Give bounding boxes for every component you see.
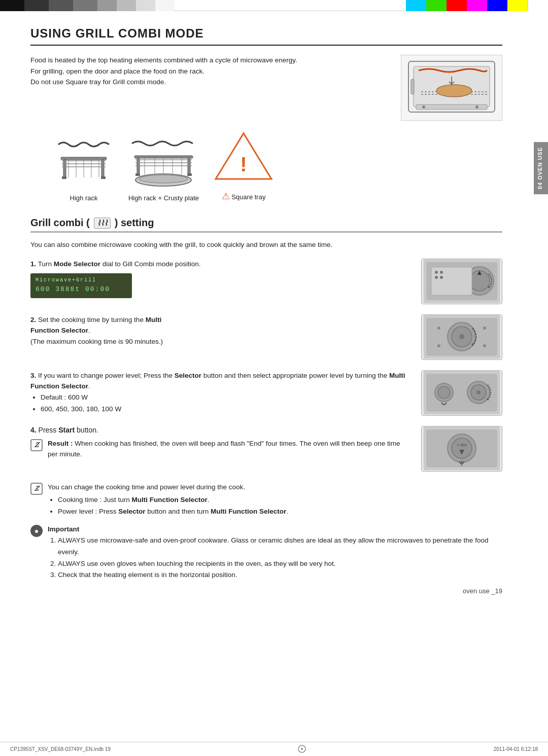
footer-right: 2011-04-01 6:12:18	[494, 746, 538, 752]
footer-center	[297, 744, 307, 755]
step-1-dial-svg	[424, 260, 500, 303]
oven-diagram-image	[401, 55, 502, 121]
step-1-content: 1. Turn Mode Selector dial to Gill Combi…	[30, 259, 411, 302]
section-heading-text-before: Grill combi (	[30, 217, 90, 229]
svg-point-45	[440, 271, 443, 274]
footer-bar: CP1395ST_XSV_DE68-03749Y_EN.indb 19 2011…	[0, 742, 548, 756]
swatch-gray5	[136, 0, 155, 11]
step-2-content: 2. Set the cooking time by turning the M…	[30, 314, 411, 347]
svg-rect-10	[63, 160, 66, 177]
swatch-cyan	[406, 0, 426, 11]
svg-point-53	[437, 327, 440, 330]
step-1: 1. Turn Mode Selector dial to Gill Combi…	[30, 259, 502, 304]
intro-para1: Food is heated by the top heating elemen…	[30, 55, 386, 66]
svg-point-7	[422, 105, 425, 109]
footer-marker-svg	[297, 744, 307, 754]
bullet-2-before: Power level : Press	[58, 508, 118, 515]
rack-item-high-rack: High rack	[51, 134, 117, 202]
bullet-1-bold: Multi Function Selector	[132, 496, 208, 503]
step-1-bold1: Mode Selector	[54, 260, 100, 268]
section-heading: Grill combi ( ⌇⌇⌇ ) setting	[30, 217, 502, 232]
step-3: 3. If you want to change power level; Pr…	[30, 370, 502, 416]
high-rack-image	[51, 134, 117, 190]
step-4-button-svg: + 30s	[424, 427, 500, 470]
step-3-bullet-2: 600, 450, 300, 180, 100 W	[41, 404, 411, 415]
oven-diagram-svg	[403, 56, 500, 120]
svg-point-72	[301, 748, 303, 750]
section-heading-text-after: ) setting	[115, 217, 154, 229]
svg-text:!: !	[240, 153, 247, 175]
footer-left: CP1395ST_XSV_DE68-03749Y_EN.indb 19	[10, 746, 111, 752]
swatch-white2	[528, 0, 548, 11]
cooking-note-bullet-1: Cooking time : Just turn Multi Function …	[58, 494, 288, 506]
svg-point-54	[483, 327, 486, 330]
step-3-dial-svg	[424, 371, 500, 414]
display-box: Microwave+Grill 600 3888t 00:00	[30, 273, 132, 298]
combo-rack-label: High rack + Crusty plate	[128, 194, 199, 202]
bullet-2-bold2: Multi Function Selector	[211, 508, 286, 515]
step-4-number: 4.	[30, 426, 37, 434]
tray-image: !	[211, 131, 277, 187]
intro-section: Food is heated by the top heating elemen…	[30, 55, 502, 121]
important-icon: ●	[30, 525, 43, 537]
step-2-dial-svg	[424, 315, 500, 358]
step-3-text: 3. If you want to change power level; Pr…	[30, 370, 411, 392]
bullet-1-after: .	[208, 496, 210, 503]
step-3-content: 3. If you want to change power level; Pr…	[30, 370, 411, 415]
step-3-number: 3.	[30, 372, 36, 379]
display-label: Microwave+Grill	[36, 276, 127, 284]
page-title: USING GRILL COMBI MODE	[30, 26, 502, 46]
step-4-bold1: Start	[58, 426, 75, 434]
svg-point-60	[438, 386, 450, 399]
svg-rect-2	[411, 79, 414, 94]
step-1-number: 1.	[30, 260, 36, 268]
svg-point-34	[139, 175, 188, 183]
result-label: Result :	[48, 440, 73, 447]
step-3-bullets: Default : 600 W 600, 450, 300, 180, 100 …	[30, 392, 411, 415]
side-tab: 04 OVEN USE	[534, 142, 548, 194]
step-4: 4. Press Start button. 𝒁 Result : When c…	[30, 426, 502, 472]
result-text: Result : When cooking has finished, the …	[48, 438, 411, 460]
rack-row: High rack	[51, 131, 502, 202]
swatch-green	[426, 0, 447, 11]
important-box: ● Important ALWAYS use microwave-safe an…	[30, 524, 502, 581]
svg-point-44	[435, 271, 438, 274]
step-3-bullet-1: Default : 600 W	[41, 392, 411, 404]
top-color-bar	[0, 0, 548, 11]
display-value: 600 3888t 00:00	[36, 285, 110, 293]
svg-rect-35	[135, 173, 140, 176]
swatch-white	[155, 0, 175, 11]
svg-point-46	[435, 276, 438, 279]
cooking-note-bullet-2: Power level : Press Selector button and …	[58, 506, 288, 518]
svg-point-56	[483, 344, 486, 347]
tray-svg: !	[211, 131, 277, 187]
warning-icon: ⚠	[222, 191, 230, 201]
step-3-bold2: Multi Function Selector	[30, 372, 405, 390]
tray-label: ⚠ Square tray	[222, 191, 266, 202]
svg-text:+ 30s: + 30s	[457, 443, 467, 447]
step-2-number: 2.	[30, 316, 36, 323]
result-note: 𝒁 Result : When cooking has finished, th…	[30, 438, 411, 460]
important-item-2: ALWAYS use oven gloves when touching the…	[58, 558, 502, 570]
step-2-text: 2. Set the cooking time by turning the M…	[30, 314, 411, 336]
intro-text: Food is heated by the top heating elemen…	[30, 55, 386, 121]
step-4-image: + 30s	[421, 426, 502, 472]
bullet-2-after: .	[286, 508, 288, 515]
important-content: Important ALWAYS use microwave-safe and …	[48, 524, 502, 581]
swatch-gray4	[117, 0, 136, 11]
swatch-gray3	[97, 0, 117, 11]
swatch-gray2	[73, 0, 97, 11]
swatch-gray1	[49, 0, 73, 11]
cooking-note-list: Cooking time : Just turn Multi Function …	[48, 494, 288, 518]
swatch-yellow	[507, 0, 528, 11]
swatch-magenta	[467, 0, 487, 11]
intro-para2: For grilling, open the door and place th…	[30, 66, 386, 77]
swatch-black2	[24, 0, 49, 11]
bullet-2-mid: button and then turn	[146, 508, 211, 515]
rack-item-combo: High rack + Crusty plate	[127, 134, 200, 202]
note-icon-2: 𝒁	[30, 483, 43, 495]
swatch-red	[447, 0, 467, 11]
combo-rack-image	[127, 134, 200, 190]
swatch-blue	[487, 0, 507, 11]
step-2-note: (The maximum cooking time is 90 minutes.…	[30, 336, 411, 347]
